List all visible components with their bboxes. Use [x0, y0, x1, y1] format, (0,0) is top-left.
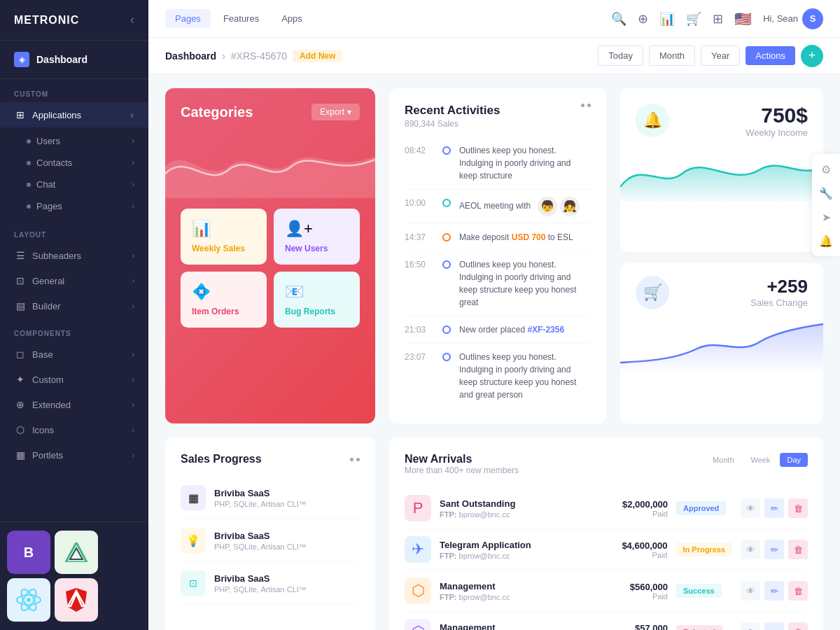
action-delete-4[interactable]: 🗑 [788, 622, 808, 630]
bootstrap-icon[interactable]: B [7, 531, 50, 574]
sidebar-item-builder[interactable]: ▤ Builder › [0, 293, 148, 318]
arrival-badge-2: In Progress [676, 542, 732, 556]
income-chart [620, 145, 823, 201]
progress-avatar-2: 💡 [181, 528, 206, 553]
dashboard-label: Dashboard [36, 54, 88, 65]
ri-send-icon[interactable]: ➤ [815, 206, 837, 228]
chart-icon[interactable]: 📊 [659, 11, 675, 27]
period-month-btn[interactable]: Month [706, 453, 741, 467]
arrival-name-2: Telegram Application [440, 540, 596, 550]
right-panel-icons: ⚙ 🔧 ➤ 🔔 [812, 154, 840, 256]
sidebar-item-users[interactable]: Users › [0, 130, 148, 152]
bug-reports-card[interactable]: 📧 Bug Reports [274, 272, 360, 328]
action-view-1[interactable]: 👁 [741, 498, 760, 518]
sidebar-item-custom[interactable]: ✦ Custom › [0, 367, 148, 392]
cart-icon[interactable]: 🛒 [686, 11, 701, 27]
share-icon[interactable]: ⊕ [638, 11, 648, 27]
actions-button[interactable]: Actions [746, 46, 795, 65]
action-view-4[interactable]: 👁 [741, 622, 760, 630]
search-icon[interactable]: 🔍 [611, 11, 626, 27]
month-button[interactable]: Month [649, 46, 695, 66]
portlets-icon: ▦ [14, 449, 27, 461]
action-delete-3[interactable]: 🗑 [788, 581, 808, 601]
arrival-actions-1: 👁 ✏ 🗑 [741, 498, 808, 518]
new-users-card[interactable]: 👤+ New Users [274, 209, 360, 265]
action-delete-1[interactable]: 🗑 [788, 498, 808, 518]
timeline-item-3: 14:37 Make deposit USD 700 to ESL [405, 224, 591, 251]
ri-bell-icon[interactable]: 🔔 [815, 230, 837, 252]
section-custom-label: CUSTOM [0, 79, 148, 102]
flag-icon[interactable]: 🇺🇸 [734, 10, 752, 27]
sidebar-item-general[interactable]: ⊡ General › [0, 268, 148, 293]
grid-icon[interactable]: ⊞ [713, 11, 723, 27]
timeline-item-4: 16:50 Outlines keep you honest. Indulgin… [405, 251, 591, 316]
subheader: Dashboard › #XRS-45670 Add New Today Mon… [148, 38, 840, 74]
angular-icon[interactable] [55, 578, 98, 622]
item-orders-card[interactable]: 💠 Item Orders [181, 272, 267, 328]
period-week-btn[interactable]: Week [744, 453, 778, 467]
weekly-sales-label: Weekly Sales [192, 244, 245, 253]
activities-menu[interactable] [581, 104, 591, 107]
ri-settings-icon[interactable]: ⚙ [815, 158, 837, 181]
base-icon: ◻ [14, 348, 27, 360]
user-menu[interactable]: Hi, Sean S [763, 8, 823, 29]
year-button[interactable]: Year [701, 46, 740, 66]
arrival-amount-3: $560,000 Paid [605, 582, 668, 601]
main-content: Pages Features Apps 🔍 ⊕ 📊 🛒 ⊞ 🇺🇸 Hi, Sea… [148, 0, 840, 630]
general-label: General [32, 276, 64, 286]
action-delete-2[interactable]: 🗑 [788, 540, 808, 559]
arrival-logo-3: ⬡ [405, 578, 431, 604]
breadcrumb: Dashboard › #XRS-45670 Add New [165, 50, 342, 62]
arrival-row-1: P Sant Outstanding FTP: bprow@bnc.cc $2,… [405, 488, 808, 529]
sidebar-item-subheaders[interactable]: ☰ Subheaders › [0, 243, 148, 268]
export-button[interactable]: Export ▾ [312, 104, 360, 120]
user-avatar: S [802, 8, 823, 29]
sidebar-item-icons[interactable]: ⬡ Icons › [0, 417, 148, 442]
weekly-sales-card[interactable]: 📊 Weekly Sales [181, 209, 267, 265]
top-navigation: Pages Features Apps 🔍 ⊕ 📊 🛒 ⊞ 🇺🇸 Hi, Sea… [148, 0, 840, 38]
sidebar-item-chat[interactable]: Chat › [0, 174, 148, 195]
action-edit-4[interactable]: ✏ [764, 622, 784, 630]
arrival-amount-4: $57,000 Paid [605, 623, 668, 631]
sidebar-item-extended[interactable]: ⊕ Extended › [0, 392, 148, 417]
sidebar-item-contacts[interactable]: Contacts › [0, 152, 148, 174]
brand-name: METRONIC [14, 14, 79, 27]
user-greeting: Hi, Sean [763, 13, 798, 24]
arrival-row-3: ⬡ Management FTP: bprow@bnc.cc $560,000 … [405, 570, 808, 612]
progress-avatar-3: ⊡ [181, 570, 206, 596]
nav-link-apps[interactable]: Apps [272, 9, 312, 28]
arrival-name-3: Management [440, 581, 596, 592]
action-view-2[interactable]: 👁 [741, 540, 760, 559]
change-label: Sales Change [750, 298, 808, 308]
badge-progress-2: In Progress [676, 542, 732, 556]
sidebar-toggle-icon[interactable]: ‹ [130, 13, 134, 27]
arrival-paid-3: Paid [605, 592, 668, 601]
progress-sub-3: PHP, SQLite, Artisan CLI™ [214, 585, 360, 594]
sidebar-item-portlets[interactable]: ▦ Portlets › [0, 442, 148, 468]
action-edit-1[interactable]: ✏ [764, 498, 784, 518]
activities-subtitle: 890,344 Sales [405, 119, 500, 129]
arrival-badge-3: Success [676, 584, 732, 598]
ri-gear-icon[interactable]: 🔧 [815, 182, 837, 204]
today-button[interactable]: Today [598, 46, 643, 66]
nav-link-pages[interactable]: Pages [165, 9, 211, 28]
add-new-badge[interactable]: Add New [293, 50, 342, 62]
period-day-btn[interactable]: Day [780, 453, 808, 467]
sidebar-dashboard-item[interactable]: ◈ Dashboard [0, 41, 148, 79]
react-icon[interactable] [7, 578, 50, 622]
action-edit-3[interactable]: ✏ [764, 581, 784, 601]
tl-text-1: Outlines keep you honest. Indulging in p… [459, 144, 591, 182]
timeline-item-6: 23:07 Outlines keep you honest. Indulgin… [405, 344, 591, 408]
extended-icon: ⊕ [14, 398, 27, 411]
sidebar-item-base[interactable]: ◻ Base › [0, 342, 148, 367]
nav-link-features[interactable]: Features [214, 9, 269, 28]
progress-info-1: Briviba SaaS PHP, SQLite, Artisan CLI™ [214, 488, 360, 508]
vue-icon[interactable] [55, 531, 98, 574]
tl-text-5: New order placed #XF-2356 [459, 323, 591, 336]
sidebar-item-applications[interactable]: ⊞ Applications ∨ [0, 102, 148, 127]
add-button[interactable]: + [801, 45, 823, 67]
action-view-3[interactable]: 👁 [741, 581, 760, 601]
progress-menu[interactable] [350, 458, 360, 461]
sidebar-item-pages[interactable]: Pages › [0, 195, 148, 217]
action-edit-2[interactable]: ✏ [764, 540, 784, 559]
